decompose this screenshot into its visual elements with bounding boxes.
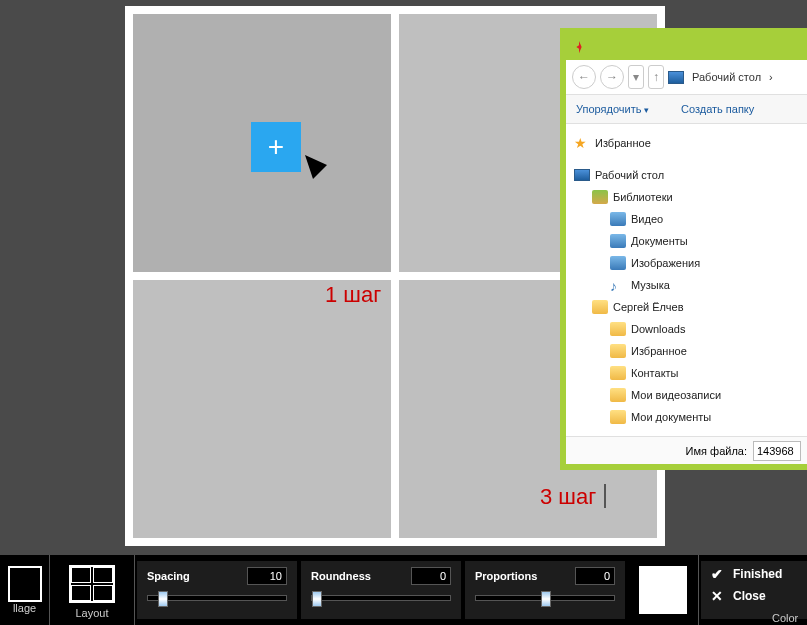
proportions-label: Proportions (475, 570, 537, 582)
filename-input[interactable] (753, 441, 801, 461)
roundness-value[interactable]: 0 (411, 567, 451, 585)
collage-tab[interactable]: llage (0, 555, 50, 625)
cursor-caret (604, 484, 606, 508)
spacing-slider[interactable] (147, 595, 287, 601)
step-3-label: 3 шаг (540, 484, 596, 510)
file-open-dialog: ← → ▾ ↑ Рабочий стол › Упорядочить Созда… (560, 28, 807, 470)
folder-icon (592, 300, 608, 314)
tree-video[interactable]: Видео (574, 208, 807, 230)
tree-label: Избранное (595, 137, 651, 149)
tree-label: Музыка (631, 279, 670, 291)
arrow-3 (608, 488, 807, 508)
location-arrow[interactable]: › (769, 71, 773, 83)
roundness-label: Roundness (311, 570, 371, 582)
actions-panel: ✔Finished ✕Close (701, 561, 807, 619)
folder-icon (610, 366, 626, 380)
dialog-nav-row: ← → ▾ ↑ Рабочий стол › (566, 60, 807, 94)
color-swatch[interactable] (639, 566, 687, 614)
tree-contacts[interactable]: Контакты (574, 362, 807, 384)
tree-label: Сергей Ёлчев (613, 301, 683, 313)
tree-downloads[interactable]: Downloads (574, 318, 807, 340)
color-picker-cell (627, 555, 699, 625)
check-icon: ✔ (711, 567, 725, 581)
desktop-icon (574, 169, 590, 181)
tree-label: Изображения (631, 257, 700, 269)
tree-label: Контакты (631, 367, 679, 379)
nav-forward-button[interactable]: → (600, 65, 624, 89)
tree-favorites[interactable]: ★Избранное (574, 132, 807, 154)
collage-tab-label: llage (13, 602, 36, 614)
tree-my-docs[interactable]: Мои документы (574, 406, 807, 428)
tree-images[interactable]: Изображения (574, 252, 807, 274)
folder-icon (610, 234, 626, 248)
spacing-control: Spacing 10 (137, 561, 297, 619)
layout-icon (69, 565, 115, 603)
layout-tab-label: Layout (75, 607, 108, 619)
folder-icon (610, 344, 626, 358)
music-icon: ♪ (610, 278, 626, 292)
svg-marker-1 (305, 155, 327, 179)
tree-label: Документы (631, 235, 688, 247)
close-icon: ✕ (711, 589, 725, 603)
nav-back-button[interactable]: ← (572, 65, 596, 89)
spacing-value[interactable]: 10 (247, 567, 287, 585)
tree-fav-folder[interactable]: Избранное (574, 340, 807, 362)
folder-tree: ★Избранное Рабочий стол Библиотеки Видео… (566, 124, 807, 436)
tree-user[interactable]: Сергей Ёлчев (574, 296, 807, 318)
layout-tab[interactable]: Layout (50, 555, 135, 625)
bottom-toolbar: llage Layout Spacing 10 Roundness 0 Prop… (0, 555, 807, 625)
organize-menu[interactable]: Упорядочить (576, 103, 649, 115)
tree-label: Избранное (631, 345, 687, 357)
roundness-slider[interactable] (311, 595, 451, 601)
folder-icon (610, 388, 626, 402)
tree-documents[interactable]: Документы (574, 230, 807, 252)
tree-libraries[interactable]: Библиотеки (574, 186, 807, 208)
color-label: Color (772, 612, 798, 624)
proportions-control: Proportions 0 (465, 561, 625, 619)
tree-label: Рабочий стол (595, 169, 664, 181)
tree-label: Видео (631, 213, 663, 225)
tree-label: Мои видеозаписи (631, 389, 721, 401)
folder-icon (610, 410, 626, 424)
folder-icon (610, 322, 626, 336)
finished-button[interactable]: ✔Finished (711, 567, 797, 581)
close-label: Close (733, 589, 766, 603)
dialog-titlebar[interactable] (566, 34, 807, 60)
svg-line-4 (608, 490, 807, 496)
folder-icon (610, 212, 626, 226)
tree-music[interactable]: ♪Музыка (574, 274, 807, 296)
filename-label: Имя файла: (686, 445, 747, 457)
dialog-toolbar: Упорядочить Создать папку (566, 94, 807, 124)
location-text[interactable]: Рабочий стол (692, 71, 761, 83)
nav-up-button[interactable]: ↑ (648, 65, 664, 89)
new-folder-button[interactable]: Создать папку (681, 103, 754, 115)
spacing-label: Spacing (147, 570, 190, 582)
roundness-control: Roundness 0 (301, 561, 461, 619)
tree-my-video[interactable]: Мои видеозаписи (574, 384, 807, 406)
app-logo-icon (572, 40, 586, 54)
star-icon: ★ (574, 136, 590, 150)
tree-label: Библиотеки (613, 191, 673, 203)
proportions-slider[interactable] (475, 595, 615, 601)
nav-history-button[interactable]: ▾ (628, 65, 644, 89)
add-image-button[interactable]: + (251, 122, 301, 172)
svg-line-0 (317, 169, 365, 280)
finished-label: Finished (733, 567, 782, 581)
arrow-1 (305, 155, 385, 290)
libraries-icon (592, 190, 608, 204)
collage-cell-3[interactable] (133, 280, 391, 538)
folder-icon (610, 256, 626, 270)
tree-label: Мои документы (631, 411, 711, 423)
collage-icon (8, 566, 42, 602)
proportions-value[interactable]: 0 (575, 567, 615, 585)
tree-desktop[interactable]: Рабочий стол (574, 164, 807, 186)
desktop-icon (668, 71, 684, 84)
filename-row: Имя файла: (566, 436, 807, 464)
tree-label: Downloads (631, 323, 685, 335)
close-button[interactable]: ✕Close (711, 589, 797, 603)
